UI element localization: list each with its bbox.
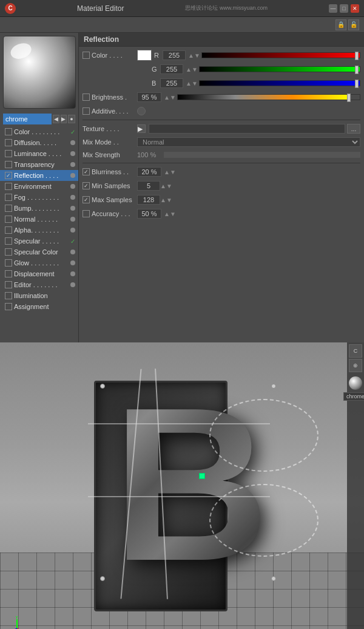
scaffold-line-h1 [88,423,270,424]
channel-label-specular-color: Specular Color [14,248,69,256]
channel-checkbox-glow[interactable] [5,259,12,267]
nav-prev-arrow[interactable]: ◀ [53,115,59,123]
channel-item-alpha[interactable]: Alpha. . . . . . . . [0,225,78,236]
color-checkbox[interactable] [83,52,90,59]
channel-item-specular[interactable]: Specular . . . . . ✓ [0,236,78,246]
b-arrows[interactable]: ▲▼ [186,80,198,87]
channel-item-assignment[interactable]: Assignment [0,301,78,312]
brightness-checkbox[interactable] [83,93,90,101]
channel-checkbox-alpha[interactable] [5,226,12,234]
channel-checkbox-specular[interactable] [5,237,12,245]
max-samples-value-input[interactable] [137,195,160,205]
unlock-icon[interactable]: 🔓 [348,19,359,30]
channel-checkbox-reflection[interactable] [5,172,12,179]
channel-checkbox-bump[interactable] [5,205,12,212]
channel-item-specular-color[interactable]: Specular Color [0,246,78,257]
r-value-input[interactable] [163,50,186,60]
accuracy-arrows[interactable]: ▲▼ [164,211,176,217]
channel-item-displacement[interactable]: Displacement [0,268,78,279]
r-slider[interactable] [201,52,360,58]
b-value-input[interactable] [160,78,183,88]
min-samples-label: Min Samples [83,182,137,189]
channel-dot-diffusion [70,140,75,145]
min-samples-row: Min Samples ▲▼ [83,180,360,192]
b-slider[interactable] [199,80,360,86]
texture-browse-btn[interactable]: ... [347,124,360,134]
mix-strength-slider[interactable] [164,152,360,158]
close-button[interactable]: ✕ [351,4,359,13]
channel-check-specular: ✓ [70,238,75,245]
r-slider-handle[interactable] [355,52,359,60]
additive-toggle[interactable] [137,107,146,115]
channel-item-color[interactable]: Color . . . . . . . . ✓ [0,126,78,137]
channel-label-editor: Editor . . . . . . . [14,281,69,288]
right-panel: Reflection Color . . . . R ▲▼ [79,33,364,342]
channel-item-transparency[interactable]: Transparency [0,159,78,170]
mini-btn-1[interactable]: C [349,344,362,358]
channel-item-illumination[interactable]: Illumination [0,290,78,301]
texture-bar[interactable] [149,124,345,134]
b-slider-handle[interactable] [355,80,359,88]
r-arrows[interactable]: ▲▼ [188,52,200,59]
nav-next-arrow[interactable]: ▶ [61,115,67,123]
brightness-slider-handle[interactable] [347,93,351,102]
accuracy-value-input[interactable] [137,209,161,219]
g-slider-handle[interactable] [355,66,359,74]
additive-checkbox[interactable] [83,107,90,115]
selection-ellipse-1 [209,399,318,472]
mix-mode-dropdown[interactable]: Normal [137,137,360,147]
min-samples-checkbox[interactable] [83,182,90,189]
channel-checkbox-specular-color[interactable] [5,248,12,256]
material-preview[interactable] [3,36,76,109]
channel-item-environment[interactable]: Environment [0,181,78,192]
nav-menu-arrow[interactable]: ● [68,115,75,123]
min-samples-value-input[interactable] [137,181,160,191]
channel-item-glow[interactable]: Glow . . . . . . . . [0,257,78,268]
brightness-value-input[interactable] [137,92,161,102]
blurriness-arrows[interactable]: ▲▼ [164,169,176,175]
channel-item-reflection[interactable]: Reflection . . . . [0,170,78,181]
mini-preview-sphere[interactable] [349,376,362,390]
lock-icon[interactable]: 🔒 [335,19,346,30]
channel-item-bump[interactable]: Bump. . . . . . . . [0,203,78,214]
channel-checkbox-illumination[interactable] [5,292,12,299]
maximize-button[interactable]: □ [340,4,348,13]
channel-item-diffusion[interactable]: Diffusion. . . . . [0,137,78,148]
channel-checkbox-editor[interactable] [5,281,12,288]
material-name-input[interactable] [3,114,52,124]
mini-btn-2[interactable]: ⊕ [349,359,362,372]
g-value-input[interactable] [160,64,183,74]
channel-checkbox-color[interactable] [5,128,12,135]
max-samples-arrows[interactable]: ▲▼ [160,197,172,203]
channel-item-editor[interactable]: Editor . . . . . . . [0,279,78,290]
g-label: G [152,66,159,73]
g-arrows[interactable]: ▲▼ [186,66,198,73]
channel-checkbox-normal[interactable] [5,216,12,223]
blurriness-checkbox[interactable] [83,168,90,175]
g-slider[interactable] [199,66,360,72]
blurriness-value-input[interactable] [137,167,161,177]
accuracy-checkbox[interactable] [83,210,90,217]
channel-item-normal[interactable]: Normal . . . . . . [0,214,78,225]
color-swatch[interactable] [137,50,152,61]
channel-checkbox-assignment[interactable] [5,303,12,310]
channel-checkbox-displacement[interactable] [5,270,12,277]
editor-area: ◀ ▶ ● Color . . . . . . . . ✓ Diffusion.… [0,33,364,342]
mix-strength-label: Mix Strength [83,151,137,158]
channel-checkbox-luminance[interactable] [5,150,12,157]
texture-arrow[interactable]: ▶ [137,124,146,133]
channel-item-fog[interactable]: Fog . . . . . . . . . [0,192,78,203]
channel-dot-transparency [70,162,75,167]
channel-checkbox-environment[interactable] [5,183,12,190]
channel-checkbox-diffusion[interactable] [5,139,12,146]
max-samples-checkbox[interactable] [83,196,90,203]
channel-checkbox-transparency[interactable] [5,161,12,168]
channel-dot-environment [70,184,75,189]
min-samples-arrows[interactable]: ▲▼ [160,183,172,189]
left-panel: ◀ ▶ ● Color . . . . . . . . ✓ Diffusion.… [0,33,79,342]
channel-item-luminance[interactable]: Luminance . . . . [0,148,78,159]
channel-checkbox-fog[interactable] [5,194,12,201]
minimize-button[interactable]: — [329,4,337,13]
brightness-slider[interactable] [177,94,360,100]
brightness-arrows[interactable]: ▲▼ [164,94,176,101]
